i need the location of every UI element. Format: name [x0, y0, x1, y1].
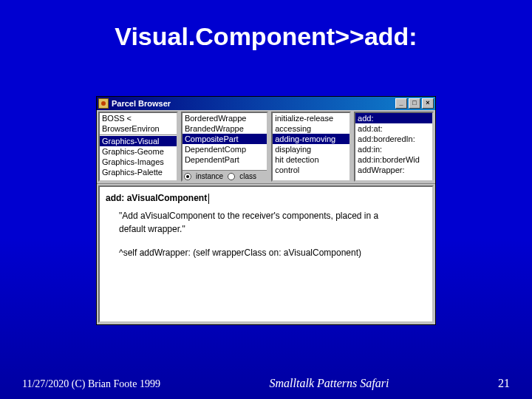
method-comment-line: default wrapper.": [106, 222, 426, 236]
list-item[interactable]: BorderedWrappe: [183, 113, 267, 123]
slide-title: Visual.Component>>add:: [0, 0, 532, 66]
minimize-button[interactable]: _: [395, 98, 407, 109]
radio-class-label: class: [239, 171, 256, 182]
list-item[interactable]: add:borderedIn:: [355, 134, 432, 144]
list-item[interactable]: initialize-release: [273, 113, 349, 123]
list-item[interactable]: BrandedWrappe: [183, 123, 267, 134]
list-item[interactable]: BOSS <: [100, 113, 177, 123]
list-item[interactable]: Graphics-Visual: [100, 136, 177, 146]
radio-class[interactable]: [228, 173, 235, 180]
list-item[interactable]: control: [273, 165, 349, 175]
list-item[interactable]: add:: [355, 113, 432, 123]
instance-class-switch[interactable]: instance class: [181, 170, 268, 182]
list-item[interactable]: add:in:borderWid: [355, 154, 432, 165]
list-item[interactable]: DependentPart: [183, 154, 267, 165]
category-pane[interactable]: BOSS < BrowserEnviron Graphics-Visual Gr…: [98, 112, 178, 182]
radio-instance[interactable]: [184, 173, 191, 180]
list-item[interactable]: hit detection: [273, 154, 349, 165]
slide-footer: 11/27/2020 (C) Brian Foote 1999 Smalltal…: [0, 377, 532, 390]
list-item[interactable]: BrowserEnviron: [100, 123, 177, 134]
radio-instance-label: instance: [196, 171, 223, 182]
list-item[interactable]: adding-removing: [273, 134, 349, 144]
method-pane[interactable]: add: add:at: add:borderedIn: add:in: add…: [354, 112, 434, 182]
window-title: Parcel Browser: [112, 99, 171, 108]
method-body: ^self addWrapper: (self wrapperClass on:…: [106, 246, 426, 259]
list-item[interactable]: Graphics-Images: [100, 157, 177, 167]
parcel-browser-window: Parcel Browser _ □ × BOSS < BrowserEnvir…: [96, 96, 436, 325]
footer-page-number: 21: [498, 377, 510, 390]
code-pane[interactable]: add: aVisualComponent "Add aVisualCompon…: [98, 185, 434, 323]
list-item[interactable]: add:in:: [355, 144, 432, 154]
method-signature: add: aVisualComponent: [106, 193, 207, 203]
list-item[interactable]: CompositePart: [183, 134, 267, 144]
app-icon: [98, 98, 109, 109]
list-item[interactable]: add:at:: [355, 123, 432, 134]
text-caret: [208, 194, 209, 204]
maximize-button[interactable]: □: [409, 98, 420, 109]
footer-date-copyright: 11/27/2020 (C) Brian Foote 1999: [22, 378, 160, 390]
footer-title: Smalltalk Patterns Safari: [160, 377, 498, 390]
protocol-pane[interactable]: initialize-release accessing adding-remo…: [271, 112, 351, 182]
close-button[interactable]: ×: [422, 98, 434, 109]
titlebar[interactable]: Parcel Browser _ □ ×: [97, 97, 435, 110]
list-item[interactable]: displaying: [273, 144, 349, 154]
method-comment-line: "Add aVisualComponent to the receiver's …: [106, 209, 426, 222]
list-item[interactable]: DependentComp: [183, 144, 267, 154]
list-item[interactable]: Graphics-Geome: [100, 146, 177, 157]
list-item[interactable]: accessing: [273, 123, 349, 134]
browser-panes: BOSS < BrowserEnviron Graphics-Visual Gr…: [97, 110, 435, 184]
class-pane[interactable]: BorderedWrappe BrandedWrappe CompositePa…: [181, 112, 268, 182]
list-item[interactable]: addWrapper:: [355, 165, 432, 175]
list-item[interactable]: Graphics-Palette: [100, 167, 177, 177]
